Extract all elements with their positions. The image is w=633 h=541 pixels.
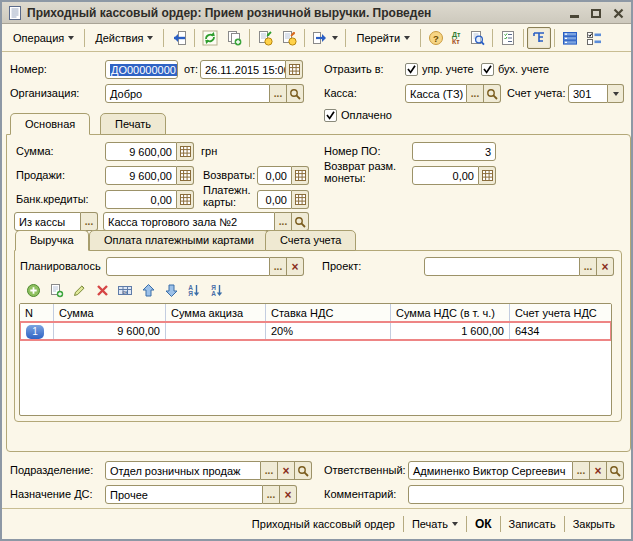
division-select-button[interactable]: ... xyxy=(261,461,278,480)
move-down-button[interactable] xyxy=(162,282,180,299)
division-open-button[interactable] xyxy=(295,461,312,480)
hall-cash-select-button[interactable]: ... xyxy=(275,212,292,231)
copy-document-button[interactable] xyxy=(222,27,246,49)
list-settings-button[interactable] xyxy=(558,27,582,49)
end-edit-button[interactable]: ок xyxy=(116,282,134,299)
tab-revenue[interactable]: Выручка xyxy=(15,230,89,251)
excise-cell[interactable] xyxy=(166,322,266,340)
refresh-button[interactable] xyxy=(198,27,222,49)
calculator-button[interactable] xyxy=(177,190,194,209)
account-field[interactable]: 301 xyxy=(568,84,624,103)
tab-card-payments[interactable]: Оплата платежными картами xyxy=(89,230,269,251)
purpose-select-button[interactable]: ... xyxy=(263,485,280,504)
column-header[interactable]: Счет учета НДС xyxy=(510,304,611,322)
management-accounting-checkbox[interactable]: упр. учете xyxy=(405,60,474,78)
column-settings-button[interactable] xyxy=(582,27,606,49)
comment-field[interactable] xyxy=(408,485,624,504)
account-dropdown-button[interactable] xyxy=(608,84,624,103)
planned-clear-button[interactable]: × xyxy=(287,257,304,276)
tab-main[interactable]: Основная xyxy=(10,113,90,135)
paid-checkbox[interactable]: Оплачено xyxy=(324,106,392,124)
responsible-clear-button[interactable]: × xyxy=(590,461,607,480)
actions-menu-button[interactable]: Действия xyxy=(88,28,160,48)
tab-print[interactable]: Печать xyxy=(100,113,166,135)
planned-field[interactable]: ... × xyxy=(106,257,304,276)
division-clear-button[interactable]: × xyxy=(278,461,295,480)
calculator-button[interactable] xyxy=(479,166,496,185)
column-header[interactable]: Ставка НДС xyxy=(266,304,391,322)
close-button[interactable] xyxy=(611,6,625,19)
calculator-button[interactable] xyxy=(292,166,309,185)
responsible-select-button[interactable]: ... xyxy=(573,461,590,480)
project-clear-button[interactable]: × xyxy=(597,257,614,276)
from-cash-select-button[interactable]: ... xyxy=(81,212,98,231)
move-up-button[interactable] xyxy=(139,282,157,299)
organization-select-button[interactable]: ... xyxy=(270,84,287,103)
sort-descending-button[interactable]: ЯА xyxy=(208,282,226,299)
print-button[interactable]: Печать xyxy=(404,515,466,533)
vat-account-cell[interactable]: 6434 xyxy=(510,322,611,340)
output-menu-button[interactable] xyxy=(308,27,342,49)
edit-row-button[interactable] xyxy=(70,282,88,299)
payment-cards-field[interactable]: 0,00 xyxy=(257,190,309,209)
table-row[interactable]: 1 9 600,00 20% 1 600,00 6434 xyxy=(20,322,611,340)
hierarchy-view-button[interactable] xyxy=(527,27,551,49)
calculator-button[interactable] xyxy=(177,142,194,161)
sort-ascending-button[interactable]: АЯ xyxy=(185,282,203,299)
project-select-button[interactable]: ... xyxy=(580,257,597,276)
doc-type-button[interactable]: Приходный кассовый ордер xyxy=(244,515,403,533)
maximize-button[interactable] xyxy=(589,6,603,19)
save-button[interactable]: Записать xyxy=(501,515,564,533)
sum-field[interactable]: 9 600,00 xyxy=(105,142,194,161)
document-structure-button[interactable] xyxy=(496,27,520,49)
coin-return-field[interactable]: 0,00 xyxy=(412,166,496,185)
responsible-open-button[interactable] xyxy=(607,461,624,480)
planned-select-button[interactable]: ... xyxy=(270,257,287,276)
delete-row-button[interactable] xyxy=(93,282,111,299)
preview-button[interactable] xyxy=(465,27,489,49)
calculator-button[interactable] xyxy=(177,166,194,185)
cashbox-select-button[interactable]: ... xyxy=(467,84,484,103)
copy-row-button[interactable] xyxy=(47,282,65,299)
minimize-button[interactable] xyxy=(567,6,581,19)
purpose-field[interactable]: Прочее ... × xyxy=(105,485,297,504)
project-field[interactable]: ... × xyxy=(424,257,614,276)
ok-button[interactable]: ОК xyxy=(467,514,500,534)
help-button[interactable]: ? xyxy=(424,27,448,49)
calculator-button[interactable] xyxy=(292,190,309,209)
operation-menu-button[interactable]: Операция xyxy=(6,28,81,48)
po-number-field[interactable]: 3 xyxy=(412,142,496,161)
goto-menu-button[interactable]: Перейти xyxy=(349,28,417,48)
tab-accounts[interactable]: Счета учета xyxy=(265,230,356,251)
organization-open-button[interactable] xyxy=(287,84,304,103)
hall-cash-open-button[interactable] xyxy=(292,212,309,231)
cashbox-open-button[interactable] xyxy=(484,84,501,103)
unpost-document-button[interactable] xyxy=(277,27,301,49)
organization-field[interactable]: Добро ... xyxy=(105,84,304,103)
vat-sum-cell[interactable]: 1 600,00 xyxy=(391,322,510,340)
show-postings-button[interactable]: ДтКт xyxy=(448,28,464,48)
division-field[interactable]: Отдел розничных продаж ... × xyxy=(105,461,312,480)
column-header[interactable]: N xyxy=(20,304,54,322)
number-field[interactable]: ДО00000000 xyxy=(105,60,178,79)
vat-rate-cell[interactable]: 20% xyxy=(266,322,391,340)
calendar-button[interactable] xyxy=(286,60,303,79)
sales-field[interactable]: 9 600,00 xyxy=(105,166,194,185)
close-window-button[interactable]: Закрыть xyxy=(565,515,623,533)
save-document-button[interactable] xyxy=(167,27,191,49)
cashbox-field[interactable]: Касса (ТЗ) ... xyxy=(405,84,501,103)
sum-cell[interactable]: 9 600,00 xyxy=(54,322,166,340)
book-accounting-checkbox[interactable]: бух. учете xyxy=(481,60,549,78)
from-cash-field[interactable]: Из кассы ... xyxy=(14,212,98,231)
column-header[interactable]: Сумма xyxy=(54,304,166,322)
bank-credits-field[interactable]: 0,00 xyxy=(105,190,194,209)
column-header[interactable]: Сумма акциза xyxy=(166,304,266,322)
purpose-clear-button[interactable]: × xyxy=(280,485,297,504)
post-document-button[interactable] xyxy=(253,27,277,49)
add-row-button[interactable] xyxy=(24,282,42,299)
hall-cash-field[interactable]: Касса торгового зала №2 ... xyxy=(103,212,309,231)
column-header[interactable]: Сумма НДС (в т. ч.) xyxy=(391,304,510,322)
returns-field[interactable]: 0,00 xyxy=(257,166,309,185)
date-field[interactable]: 26.11.2015 15:00 xyxy=(200,60,303,79)
responsible-field[interactable]: Админенко Виктор Сергеевич ... × xyxy=(408,461,624,480)
